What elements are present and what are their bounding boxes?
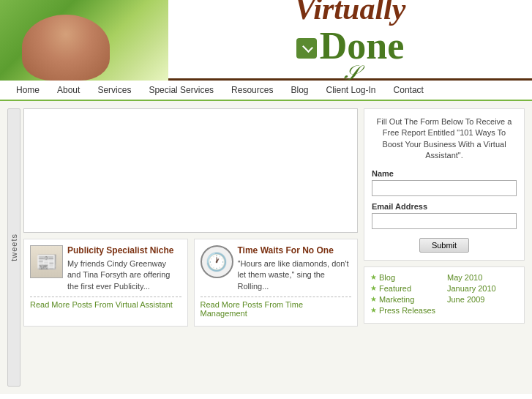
header-image [0, 0, 168, 81]
categories-column: ★ Blog ★ Featured ★ Marketing ★ Press Re… [370, 273, 441, 317]
post-2-read-more[interactable]: Read More Posts From Time Management [201, 297, 352, 318]
cat-star-2: ★ [370, 284, 377, 292]
right-sidebar: Fill Out The Form Below To Receive a Fre… [364, 108, 525, 387]
email-input[interactable] [372, 213, 517, 229]
nav-about[interactable]: About [48, 81, 89, 99]
nav-resources[interactable]: Resources [222, 81, 282, 99]
archive-jun-2009[interactable]: June 2009 [447, 295, 518, 304]
nav-special-services[interactable]: Special Services [140, 81, 222, 99]
post-2-excerpt: "Hours are like diamonds, don't let them… [238, 258, 352, 292]
archive-may-2010[interactable]: May 2010 [447, 273, 518, 282]
categories-archives-box: ★ Blog ★ Featured ★ Marketing ★ Press Re… [364, 266, 525, 324]
submit-button[interactable]: Submit [419, 238, 469, 253]
tweets-tab[interactable]: tweets [7, 108, 20, 387]
signup-description: Fill Out The Form Below To Receive a Fre… [372, 116, 517, 162]
post-1-thumbnail [30, 245, 63, 278]
main-nav: Home About Services Special Services Res… [0, 81, 532, 101]
nav-client-login[interactable]: Client Log-In [318, 81, 385, 99]
tweets-label: tweets [10, 234, 18, 261]
main-content: tweets Publicity Specialist Niche My fri… [0, 101, 532, 394]
cat-star-4: ★ [370, 306, 377, 314]
email-label: Email Address [372, 202, 517, 211]
cat-marketing-label: Marketing [379, 295, 414, 304]
archive-may-2010-label: May 2010 [447, 273, 482, 282]
logo-done-text: Done [320, 24, 405, 67]
archive-jan-2010-label: January 2010 [447, 284, 496, 293]
post-box-2: Time Waits For No One "Hours are like di… [194, 239, 359, 327]
post-box-1: Publicity Specialist Niche My friends Ci… [23, 239, 188, 327]
posts-row: Publicity Specialist Niche My friends Ci… [23, 239, 358, 327]
logo-virtually: Virtually [295, 0, 406, 24]
signup-box: Fill Out The Form Below To Receive a Fre… [364, 108, 525, 261]
cat-marketing[interactable]: ★ Marketing [370, 295, 441, 304]
name-input[interactable] [372, 180, 517, 196]
cat-star-1: ★ [370, 273, 377, 281]
archive-jun-2009-label: June 2009 [447, 295, 484, 304]
site-logo: Virtually Done 𝒮 [168, 0, 532, 78]
nav-blog[interactable]: Blog [282, 81, 317, 99]
name-label: Name [372, 169, 517, 178]
logo-icon [296, 38, 317, 59]
post-1-excerpt: My friends Cindy Greenway and Tina Forsy… [67, 258, 181, 292]
post-2-thumbnail [201, 245, 233, 278]
cat-blog-label: Blog [379, 273, 395, 282]
post-1-read-more[interactable]: Read More Posts From Virtual Assistant [30, 297, 181, 309]
nav-home[interactable]: Home [7, 81, 48, 99]
archives-column: May 2010 January 2010 June 2009 [447, 273, 518, 317]
nav-contact[interactable]: Contact [385, 81, 432, 99]
left-column: Publicity Specialist Niche My friends Ci… [23, 108, 358, 387]
cat-featured-label: Featured [379, 284, 411, 293]
cat-star-3: ★ [370, 295, 377, 303]
tweets-box [23, 108, 358, 233]
site-header: Virtually Done 𝒮 [0, 0, 532, 81]
header-photo [0, 0, 168, 81]
archive-jan-2010[interactable]: January 2010 [447, 284, 518, 293]
cat-blog[interactable]: ★ Blog [370, 273, 441, 282]
nav-services[interactable]: Services [89, 81, 140, 99]
cat-press-releases[interactable]: ★ Press Releases [370, 306, 441, 315]
cat-press-releases-label: Press Releases [379, 306, 435, 315]
cat-featured[interactable]: ★ Featured [370, 284, 441, 293]
